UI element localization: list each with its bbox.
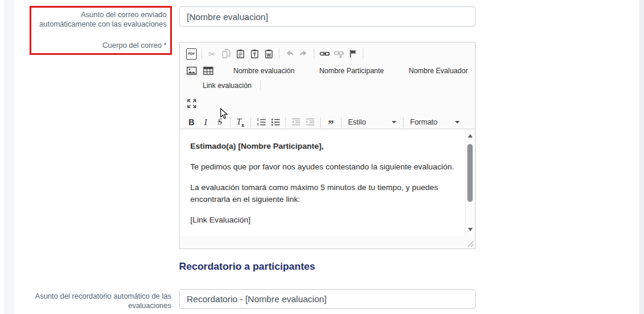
reminder-subject-input[interactable]: Recordatorio - [Nombre evaluacion] [179,289,476,309]
maximize-button[interactable] [184,96,199,110]
placeholder-link-evaluacion-button[interactable]: Link evaluación [197,79,257,92]
subject-field-label: Asunto del correo enviado automáticament… [34,10,167,29]
resize-handle-icon[interactable] [467,240,474,247]
copy-icon [222,49,231,58]
bulleted-list-icon [271,118,280,126]
paste-from-word-button[interactable] [262,47,276,61]
scroll-down-icon[interactable] [468,228,473,231]
email-paragraph: Te pedimos que por favor nos ayudes cont… [190,161,461,173]
format-combo[interactable]: Formato [406,116,463,128]
page-scrollbar[interactable] [639,0,644,314]
maximize-icon [187,99,196,108]
numbered-list-button[interactable] [254,115,268,129]
editor-scrollbar[interactable] [465,129,475,236]
redo-icon [299,49,308,58]
image-icon [187,67,197,75]
subject-input[interactable]: [Nombre evaluacion] [179,6,476,27]
anchor-button[interactable] [346,47,360,61]
page: Asunto del correo enviado automáticament… [0,0,644,314]
chevron-down-icon [392,121,396,123]
reminder-section-heading: Recordatorio a participantes [179,261,316,273]
toolbar-row-1: PDF ✂ [184,47,470,61]
chevron-down-icon [455,121,460,123]
email-paragraph: Estimado(a) [Nombre Participante], [190,140,461,152]
copy-button [219,47,233,61]
italic-button[interactable]: I [199,115,213,129]
toolbar-row-2: Nombre evaluación Nombre Participante No… [184,64,470,78]
style-combo[interactable]: Estilo [344,116,400,128]
link-icon [320,49,330,58]
paste-plain-text-icon [250,49,259,58]
editor-content-area[interactable]: Estimado(a) [Nombre Participante], Te pe… [180,129,475,237]
numbered-list-icon [256,118,266,126]
blockquote-button[interactable]: ” [324,115,338,129]
highlighted-label-box: Asunto del correo enviado automáticament… [30,6,172,55]
body-field-label: Cuerpo del correo * [34,41,167,50]
unlink-icon [334,49,344,58]
insert-table-button[interactable] [201,64,215,78]
toolbar-separator [403,117,404,127]
email-body-text[interactable]: Estimado(a) [Nombre Participante], Te pe… [180,129,465,236]
unlink-button [331,47,346,61]
link-button[interactable] [317,47,331,61]
reminder-subject-label: Asunto del recordatorio automático de la… [18,292,171,310]
bold-button[interactable]: B [184,115,199,129]
italic-icon: I [204,117,207,127]
remove-format-icon: Tx [237,116,245,128]
blockquote-icon: ” [328,122,334,127]
undo-icon [285,49,294,58]
toolbar-separator [341,117,341,127]
scroll-up-icon[interactable] [468,134,473,138]
email-paragraph: La evaluación tomará como máximo 5 minut… [190,182,461,205]
remove-format-button[interactable]: Tx [233,115,248,129]
increase-indent-button [303,115,317,129]
paste-icon [236,49,245,58]
toolbar-separator [260,80,261,91]
strikethrough-icon: S [218,117,222,127]
left-panel-edge [4,0,14,314]
scrollbar-thumb[interactable] [467,144,473,202]
bulleted-list-button[interactable] [268,115,282,129]
editor-footer [180,236,475,248]
decrease-indent-button [289,115,303,129]
toolbar-separator [230,117,230,127]
redo-button [297,47,311,61]
toolbar-separator [285,117,286,127]
toolbar-separator [314,48,314,59]
email-paragraph: [Link Evaluación] [190,214,461,226]
toolbar-separator [201,48,202,59]
export-pdf-button[interactable]: PDF [184,47,199,61]
editor-toolbar: PDF ✂ [180,42,475,129]
paste-from-word-icon [264,49,274,58]
anchor-flag-icon [348,49,357,58]
toolbar-row-2b: Link evaluación [197,79,470,92]
toolbar-separator [279,48,279,59]
toolbar-row-4: B I S Tx [184,115,470,129]
bold-icon: B [188,117,194,127]
paste-button[interactable] [233,47,248,61]
table-icon [203,67,213,75]
cut-button: ✂ [205,47,219,61]
paste-plain-text-button[interactable] [248,47,262,61]
toolbar-separator [320,117,321,127]
decrease-indent-icon [291,118,301,126]
format-combo-label: Formato [410,118,438,126]
insert-image-button[interactable] [184,64,199,78]
email-body-editor: PDF ✂ [179,42,476,249]
toolbar-separator [251,117,251,127]
undo-button [282,47,297,61]
placeholder-nombre-evaluacion-button[interactable]: Nombre evaluación [228,64,300,77]
increase-indent-icon [305,118,315,126]
toolbar-separator [363,48,363,59]
placeholder-nombre-participante-button[interactable]: Nombre Participante [314,64,389,77]
toolbar-row-3 [184,96,470,110]
strikethrough-button[interactable]: S [213,115,227,129]
cut-icon: ✂ [209,50,216,58]
export-pdf-icon: PDF [186,48,197,60]
placeholder-nombre-evaluador-button[interactable]: Nombre Evaluador [404,64,473,77]
style-combo-label: Estilo [348,118,366,126]
